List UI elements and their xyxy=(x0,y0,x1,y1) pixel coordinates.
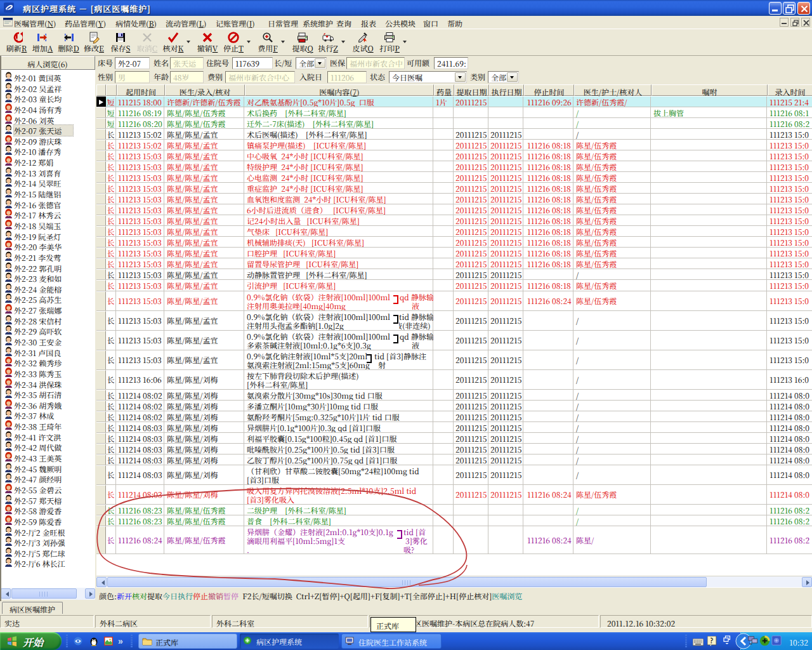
svg-text:?: ? xyxy=(710,636,714,645)
